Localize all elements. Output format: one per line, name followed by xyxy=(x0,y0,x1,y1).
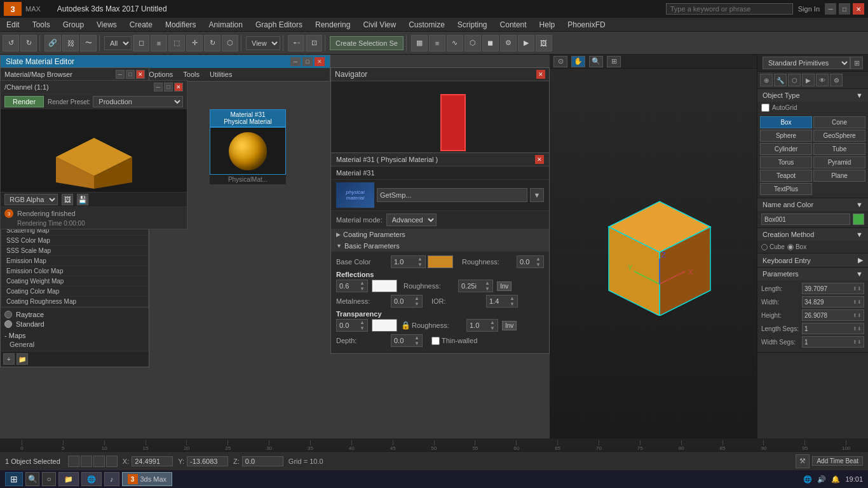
length-input[interactable]: 39.7097 ⬆⬇ xyxy=(802,283,864,294)
list-item[interactable]: Coating Color Map xyxy=(1,287,148,297)
status-icon-4[interactable] xyxy=(106,456,118,467)
render-preset-dropdown[interactable]: Production xyxy=(93,96,183,107)
menu-item-modifiers[interactable]: Modifiers xyxy=(159,19,203,30)
pyramid-button[interactable]: Pyramid xyxy=(813,156,865,168)
render-button[interactable]: Render xyxy=(4,96,44,107)
schematic-button[interactable]: ⬡ xyxy=(465,35,481,51)
coating-params-header[interactable]: ▶ Coating Parameters xyxy=(331,229,549,240)
mirror-button[interactable]: ⬷ xyxy=(288,35,304,51)
list-item[interactable]: SSS Scale Map xyxy=(1,246,148,256)
sign-in-link[interactable]: Sign In xyxy=(798,5,820,13)
base-color-swatch[interactable] xyxy=(428,255,453,268)
menu-item-animation[interactable]: Animation xyxy=(203,19,249,30)
list-item[interactable]: Emission Color Map xyxy=(1,266,148,276)
trans-roughness-spinbox[interactable]: 1.0 ▲▼ xyxy=(466,319,498,332)
list-item[interactable]: Coating Roughness Map xyxy=(1,297,148,307)
select-by-name-button[interactable]: ≡ xyxy=(151,35,167,51)
menu-item-civil-view[interactable]: Civil View xyxy=(356,19,402,30)
add-time-beat-button[interactable]: Add Time Beat xyxy=(812,456,863,466)
menu-item-views[interactable]: Views xyxy=(90,19,123,30)
sphere-button[interactable]: Sphere xyxy=(760,130,812,142)
mat31-getsmpl-input[interactable] xyxy=(377,188,527,202)
utilities-tab-button[interactable]: ⚙ xyxy=(830,74,843,86)
box-button[interactable]: Box xyxy=(760,116,812,128)
width-input[interactable]: 34.829 ⬆⬇ xyxy=(802,296,864,308)
cube-radio-option[interactable]: Cube xyxy=(761,243,785,250)
textplus-button[interactable]: TextPlus xyxy=(760,183,812,195)
add-material-button[interactable]: + xyxy=(3,353,15,365)
taskbar-explorer-button[interactable]: 📁 xyxy=(58,472,79,486)
filter-dropdown[interactable]: All xyxy=(104,36,132,50)
channel-icon-button[interactable]: 🖼 xyxy=(62,194,73,205)
folder-icon[interactable]: 📁 xyxy=(17,353,28,365)
metalness-spinbox[interactable]: 0.0 ▲▼ xyxy=(391,295,423,308)
render-frame-button[interactable]: 🖼 xyxy=(536,35,552,51)
notification-icon[interactable]: 🔔 xyxy=(831,475,840,484)
slate-minimize-button[interactable]: ─ xyxy=(290,57,301,66)
preview-maximize-button[interactable]: □ xyxy=(164,83,173,92)
list-item[interactable]: Coating Weight Map xyxy=(1,276,148,287)
preview-close-button[interactable]: ✕ xyxy=(174,83,183,92)
motion-tab-button[interactable]: ▶ xyxy=(802,74,815,86)
slate-maximize-button[interactable]: □ xyxy=(302,57,313,66)
link-button[interactable]: 🔗 xyxy=(44,35,61,51)
bind-space-warp[interactable]: 〜 xyxy=(80,35,97,51)
ior-spinbox[interactable]: 1.4 ▲▼ xyxy=(486,295,518,308)
object-type-header[interactable]: Object Type ▼ xyxy=(757,89,868,102)
rotate-button[interactable]: ↻ xyxy=(204,35,220,51)
align-button[interactable]: ⊡ xyxy=(306,35,322,51)
thin-walled-checkbox[interactable] xyxy=(431,337,440,345)
inv-button-2[interactable]: Inv xyxy=(502,321,517,330)
trans-color-swatch[interactable] xyxy=(372,319,397,332)
channel-dropdown[interactable]: RGB Alpha xyxy=(4,194,58,205)
timeline[interactable]: 0 5 10 15 20 25 30 35 40 45 50 55 60 65 … xyxy=(0,438,868,451)
teapot-button[interactable]: Teapot xyxy=(760,170,812,182)
menu-item-graph-editors[interactable]: Graph Editors xyxy=(249,19,309,30)
slate-menu-utilities[interactable]: Utilities xyxy=(205,69,237,79)
status-icon-1[interactable] xyxy=(68,456,79,467)
trans-spinbox[interactable]: 0.0 ▲▼ xyxy=(336,319,368,332)
height-input[interactable]: 26.9078 ⬆⬇ xyxy=(802,309,864,321)
cone-button[interactable]: Cone xyxy=(813,116,865,128)
mat31-arrow-button[interactable]: ▼ xyxy=(530,188,544,202)
create-selection-set-button[interactable]: Create Selection Se xyxy=(330,36,403,50)
menu-item-customize[interactable]: Customize xyxy=(402,19,451,30)
close-button[interactable]: ✕ xyxy=(853,3,864,15)
menu-item-rendering[interactable]: Rendering xyxy=(309,19,356,30)
torus-button[interactable]: Torus xyxy=(760,156,812,168)
taskbar-audio-button[interactable]: ♪ xyxy=(104,472,119,486)
status-icon-3[interactable] xyxy=(93,456,105,467)
depth-spinbox[interactable]: 0.0 ▲▼ xyxy=(391,334,423,347)
unlink-button[interactable]: ⛓ xyxy=(62,35,79,51)
list-item[interactable]: Emission Map xyxy=(1,256,148,266)
right-panel-expand-button[interactable]: ⊞ xyxy=(850,57,863,69)
refl-color-swatch[interactable] xyxy=(372,280,397,292)
geosphere-button[interactable]: GeoSphere xyxy=(813,130,865,142)
mat31-close-button[interactable]: ✕ xyxy=(535,155,544,164)
x-input[interactable] xyxy=(132,456,173,466)
preview-minimize-button[interactable]: ─ xyxy=(154,83,163,92)
taskbar-cortana-button[interactable]: ○ xyxy=(42,472,56,486)
object-color-swatch[interactable] xyxy=(853,214,864,225)
modify-tab-button[interactable]: 🔧 xyxy=(774,74,787,86)
taskbar-search-button[interactable]: 🔍 xyxy=(25,472,39,486)
select-object-button[interactable]: ◻ xyxy=(133,35,149,51)
maximize-button[interactable]: □ xyxy=(839,3,850,15)
mat-browser-maximize-button[interactable]: □ xyxy=(126,70,135,79)
select-move-button[interactable]: ✛ xyxy=(186,35,203,51)
taskbar-browser-button[interactable]: 🌐 xyxy=(81,472,102,486)
viewport[interactable]: X Y Z View1 73% ▼ xyxy=(550,55,757,451)
vp-orbit-button[interactable]: ⊙ xyxy=(553,56,567,67)
inv-button-1[interactable]: Inv xyxy=(497,281,512,291)
render-setup-button[interactable]: ⚙ xyxy=(500,35,517,51)
navigator-close-button[interactable]: ✕ xyxy=(536,70,545,79)
autogrid-checkbox[interactable] xyxy=(761,104,770,112)
slate-menu-tools[interactable]: Tools xyxy=(178,69,205,79)
taskbar-3dsmax-button[interactable]: 3 3ds Max xyxy=(122,472,173,486)
creation-method-header[interactable]: Creation Method ▼ xyxy=(757,228,868,241)
hierarchy-tab-button[interactable]: ⬡ xyxy=(788,74,801,86)
start-button[interactable]: ⊞ xyxy=(5,472,23,486)
redo-button[interactable]: ↻ xyxy=(20,35,37,51)
menu-item-edit[interactable]: Edit xyxy=(0,19,26,30)
network-icon[interactable]: 🌐 xyxy=(803,475,812,484)
